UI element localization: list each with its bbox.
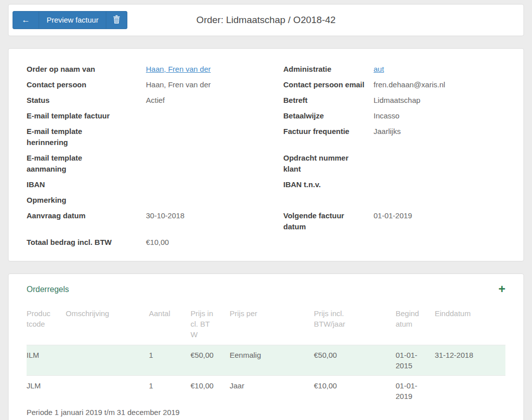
opdracht-nummer-klant-value [374,153,505,175]
contact-persoon-value: Haan, Fren van der [146,79,283,90]
orderregels-title: Orderregels [27,284,69,295]
begindatum-cell: 01-01-2019 [396,376,435,406]
preview-factuur-button[interactable]: Preview factuur [39,11,106,29]
totaal-bedrag-incl-btw-label: Totaal bedrag incl. BTW [27,237,146,248]
contact-persoon-email-value: fren.dehaan@xaris.nl [374,79,505,90]
e-mail-template-herinnering-label: E-mail template herinnering [27,126,146,148]
order-op-naam-van-label: Order op naam van [27,64,146,75]
periode-note-row: Periode 1 januari 2019 t/m 31 december 2… [27,406,505,420]
empty-label [283,237,374,248]
opmerking-label: Opmerking [27,195,146,206]
orderregels-card: Orderregels + ProductcodeOmschrijvingAan… [8,273,524,420]
einddatum-cell [435,376,505,406]
totaal-bedrag-incl-btw-value: €10,00 [146,237,283,248]
delete-button[interactable] [106,11,127,29]
orderregels-header: Orderregels + [27,284,505,295]
status-value: Actief [146,95,283,106]
iban-label: IBAN [27,179,146,190]
col-header-aantal: Aantal [149,308,191,345]
iban-t-n-v-label: IBAN t.n.v. [283,179,374,190]
aantal-cell: 1 [149,345,191,376]
iban-t-n-v-value [374,179,505,190]
e-mail-template-aanmaning-label: E-mail template aanmaning [27,153,146,175]
aantal-cell: 1 [149,376,191,406]
omschrijving-cell [66,345,149,376]
administratie-value: aut [374,64,505,75]
empty-value [374,237,505,248]
omschrijving-cell [66,376,149,406]
einddatum-cell: 31-12-2018 [435,345,505,376]
prijs-incl-btw-jaar-cell: €50,00 [314,345,396,376]
administratie-label: Administratie [283,64,374,75]
volgende-factuur-datum-label: Volgende factuur datum [283,210,374,232]
e-mail-template-aanmaning-value [146,153,283,175]
col-header-prijs-incl-btw: Prijs incl. BTW [191,308,230,345]
toolbar-button-group: ← Preview factuur [13,11,127,29]
aanvraag-datum-value: 30-10-2018 [146,210,283,232]
orderregel-row[interactable]: ILM1€50,00Eenmalig€50,0001-01-201531-12-… [27,345,505,376]
iban-value [146,179,283,190]
page: ← Preview factuur Order: Lidmaatschap / … [0,0,532,420]
opmerking-value [146,195,283,206]
prijs-incl-btw-cell: €50,00 [191,345,230,376]
col-header-productcode: Productcode [27,308,66,345]
opdracht-nummer-klant-label: Opdracht nummer klant [283,153,374,175]
col-header-einddatum: Einddatum [435,308,505,345]
e-mail-template-factuur-value [146,110,283,121]
orderregel-row[interactable]: JLM1€10,00Jaar€10,0001-01-2019 [27,376,505,406]
contact-persoon-label: Contact persoon [27,79,146,90]
order-op-naam-van-value: Haan, Fren van der [146,64,283,75]
prijs-per-cell: Jaar [230,376,314,406]
back-arrow-icon: ← [22,16,30,25]
orderregels-table: ProductcodeOmschrijvingAantalPrijs incl.… [27,308,505,420]
trash-icon [113,15,120,24]
aanvraag-datum-label: Aanvraag datum [27,210,146,232]
col-header-omschrijving: Omschrijving [66,308,149,345]
empty-label [283,195,374,206]
factuur-frequentie-value: Jaarlijks [374,126,505,148]
factuur-frequentie-label: Factuur frequentie [283,126,374,148]
e-mail-template-herinnering-value [146,126,283,148]
e-mail-template-factuur-label: E-mail template factuur [27,110,146,121]
prijs-per-cell: Eenmalig [230,345,314,376]
add-orderregel-button[interactable]: + [498,284,505,294]
betaalwijze-label: Betaalwijze [283,110,374,121]
col-header-begindatum: Begindatum [396,308,435,345]
begindatum-cell: 01-01-2015 [396,345,435,376]
order-op-naam-van-link[interactable]: Haan, Fren van der [146,65,211,73]
betreft-label: Betreft [283,95,374,106]
volgende-factuur-datum-value: 01-01-2019 [374,210,505,232]
administratie-link[interactable]: aut [374,65,384,73]
betreft-value: Lidmaatschap [374,95,505,106]
order-details-grid: Order op naam vanHaan, Fren van derAdmin… [27,64,505,248]
status-label: Status [27,95,146,106]
productcode-cell: JLM [27,376,66,406]
back-button[interactable]: ← [13,11,39,29]
order-details-card: Order op naam vanHaan, Fren van derAdmin… [8,48,524,261]
prijs-incl-btw-cell: €10,00 [191,376,230,406]
periode-note-text: Periode 1 januari 2019 t/m 31 december 2… [27,406,505,420]
prijs-incl-btw-jaar-cell: €10,00 [314,376,396,406]
betaalwijze-value: Incasso [374,110,505,121]
empty-value [374,195,505,206]
contact-persoon-email-label: Contact persoon email [283,79,374,90]
productcode-cell: ILM [27,345,66,376]
col-header-prijs-incl-btw-jaar: Prijs incl. BTW/jaar [314,308,396,345]
col-header-prijs-per: Prijs per [230,308,314,345]
toolbar-card: ← Preview factuur Order: Lidmaatschap / … [8,4,524,36]
orderregels-header-row: ProductcodeOmschrijvingAantalPrijs incl.… [27,308,505,345]
